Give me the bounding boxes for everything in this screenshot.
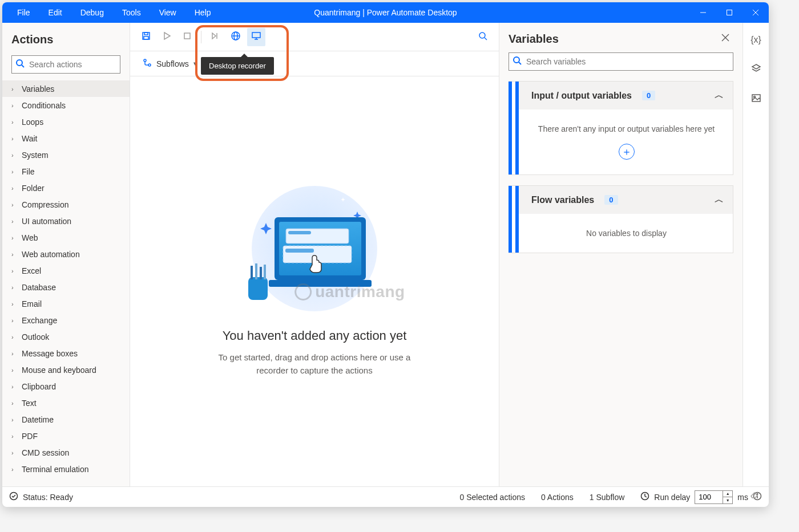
- actions-category[interactable]: ›Message boxes: [2, 345, 130, 362]
- actions-category[interactable]: ›Exchange: [2, 312, 130, 328]
- status-subflows-count: 1 Subflow: [590, 493, 624, 502]
- layers-tab-icon[interactable]: [747, 60, 765, 79]
- menu-file[interactable]: File: [8, 3, 39, 22]
- actions-category[interactable]: ›Email: [2, 295, 130, 312]
- search-icon: [15, 59, 25, 70]
- actions-category[interactable]: ›Clipboard: [2, 378, 130, 395]
- svg-point-4: [17, 60, 22, 66]
- actions-category[interactable]: ›Folder: [2, 180, 130, 196]
- run-button[interactable]: [158, 28, 176, 46]
- run-delay-unit: ms: [737, 493, 748, 502]
- variables-group-empty-text: There aren't any input or output variabl…: [538, 124, 715, 133]
- actions-category[interactable]: ›Text: [2, 395, 130, 411]
- actions-category[interactable]: ›Conditionals: [2, 97, 130, 113]
- actions-category[interactable]: ›Database: [2, 279, 130, 295]
- svg-point-19: [479, 33, 485, 38]
- actions-category[interactable]: ›Variables: [2, 80, 130, 97]
- stop-button[interactable]: [178, 28, 196, 46]
- step-icon: [210, 31, 220, 43]
- run-delay-input[interactable]: [695, 493, 723, 501]
- subflows-dropdown[interactable]: Subflows ▾: [137, 55, 203, 72]
- web-recorder-button[interactable]: [227, 28, 245, 46]
- actions-category[interactable]: ›Terminal emulation: [2, 461, 130, 477]
- actions-category-label: Email: [22, 299, 42, 308]
- save-button[interactable]: [137, 28, 155, 46]
- variables-search-input[interactable]: [522, 57, 729, 66]
- svg-point-22: [148, 64, 151, 66]
- actions-tree[interactable]: ›Variables›Conditionals›Loops›Wait›Syste…: [2, 80, 130, 486]
- actions-category[interactable]: ›Outlook: [2, 328, 130, 345]
- toolbar-search-button[interactable]: [474, 28, 492, 46]
- svg-rect-29: [269, 280, 372, 287]
- add-variable-button[interactable]: ＋: [619, 144, 635, 160]
- search-icon: [478, 31, 488, 43]
- run-delay-stepper[interactable]: ▲▼: [695, 490, 733, 504]
- minimize-button[interactable]: [690, 2, 716, 23]
- desktop-recorder-button[interactable]: [247, 28, 265, 46]
- actions-search-input[interactable]: [25, 60, 129, 69]
- variables-close-button[interactable]: [717, 31, 733, 47]
- chevron-right-icon: ›: [11, 300, 17, 307]
- menu-help[interactable]: Help: [185, 3, 220, 22]
- empty-title: You haven't added any action yet: [223, 328, 407, 343]
- step-button[interactable]: [206, 28, 224, 46]
- chevron-right-icon: ›: [11, 234, 17, 241]
- menu-tools[interactable]: Tools: [113, 3, 150, 22]
- actions-category[interactable]: ›File: [2, 163, 130, 180]
- window-controls: [690, 2, 769, 23]
- chevron-right-icon: ›: [11, 218, 17, 225]
- svg-line-20: [485, 38, 487, 40]
- maximize-button[interactable]: [716, 2, 742, 23]
- actions-category[interactable]: ›Web: [2, 229, 130, 246]
- actions-category[interactable]: ›CMD session: [2, 444, 130, 461]
- actions-category[interactable]: ›Wait: [2, 130, 130, 147]
- variables-tab-icon[interactable]: {x}: [747, 31, 765, 49]
- actions-category-label: Web: [22, 233, 38, 242]
- chevron-right-icon: ›: [11, 119, 17, 125]
- svg-rect-37: [260, 267, 262, 279]
- menu-debug[interactable]: Debug: [71, 3, 113, 22]
- play-icon: [162, 31, 172, 43]
- actions-category[interactable]: ›Compression: [2, 196, 130, 213]
- actions-category[interactable]: ›Web automation: [2, 246, 130, 262]
- eraser-icon[interactable]: [749, 489, 760, 501]
- chevron-up-icon[interactable]: ︿: [715, 90, 724, 101]
- actions-category-label: Wait: [22, 134, 37, 143]
- variables-group-header[interactable]: Flow variables0︿: [509, 186, 733, 214]
- actions-category[interactable]: ›UI automation: [2, 213, 130, 229]
- variables-search[interactable]: [509, 52, 733, 71]
- menu-view[interactable]: View: [150, 3, 185, 22]
- svg-rect-8: [144, 36, 148, 39]
- actions-category[interactable]: ›Datetime: [2, 411, 130, 428]
- chevron-up-icon[interactable]: ︿: [715, 194, 724, 206]
- save-icon: [141, 31, 151, 43]
- spin-down[interactable]: ▼: [723, 497, 732, 503]
- close-icon: [721, 34, 729, 44]
- actions-category-label: Exchange: [22, 316, 57, 325]
- variables-panel: Variables Input / output variables0︿Ther…: [499, 23, 742, 486]
- variables-group-count: 0: [642, 91, 655, 100]
- variables-group-header[interactable]: Input / output variables0︿: [509, 82, 733, 109]
- chevron-right-icon: ›: [11, 317, 17, 324]
- actions-category[interactable]: ›Loops: [2, 113, 130, 130]
- chevron-right-icon: ›: [11, 152, 17, 159]
- canvas-empty-state[interactable]: You haven't added any action yet To get …: [130, 76, 499, 486]
- images-tab-icon[interactable]: [747, 90, 765, 108]
- actions-category[interactable]: ›System: [2, 147, 130, 163]
- actions-category-label: Compression: [22, 200, 68, 209]
- chevron-right-icon: ›: [11, 102, 17, 109]
- actions-category[interactable]: ›Mouse and keyboard: [2, 362, 130, 378]
- chevron-right-icon: ›: [11, 267, 17, 274]
- actions-category[interactable]: ›Excel: [2, 262, 130, 279]
- spin-up[interactable]: ▲: [723, 491, 732, 497]
- variables-group-empty-text: No variables to display: [586, 229, 667, 238]
- empty-illustration: [229, 186, 400, 317]
- toolbar-separator: [201, 31, 201, 43]
- actions-panel-title: Actions: [2, 30, 130, 55]
- group-accent-stripe: [509, 82, 512, 174]
- chevron-right-icon: ›: [11, 367, 17, 373]
- close-button[interactable]: [742, 2, 769, 23]
- actions-search[interactable]: [11, 55, 120, 74]
- menu-edit[interactable]: Edit: [39, 3, 71, 22]
- actions-category[interactable]: ›PDF: [2, 428, 130, 444]
